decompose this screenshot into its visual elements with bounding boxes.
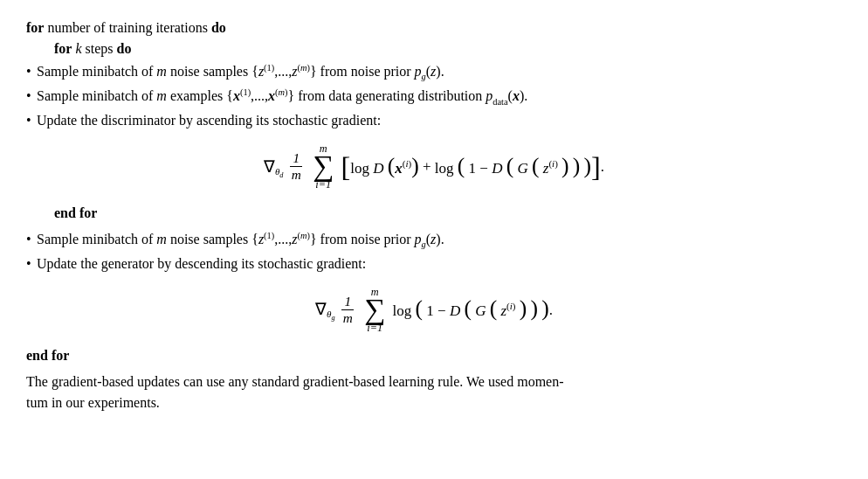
bullet-symbol-5: • — [26, 253, 31, 274]
bullet-item-4: • Sample minibatch of m noise samples {z… — [26, 229, 842, 252]
bullet-text-5: Update the generator by descending its s… — [37, 253, 366, 274]
bullet-item-3: • Update the discriminator by ascending … — [26, 110, 842, 131]
bullet-text-4: Sample minibatch of m noise samples {z(1… — [37, 229, 444, 252]
line-for-outer: for number of training iterations do — [26, 17, 842, 38]
text-iterations: number of training iterations — [47, 20, 211, 35]
bullet-item-1: • Sample minibatch of m noise samples {z… — [26, 61, 842, 84]
keyword-do-k: do — [117, 41, 132, 56]
nabla-theta-g: ∇θg — [315, 297, 335, 322]
log-D-x: log D (x(i)) — [350, 155, 418, 180]
keyword-for: for — [26, 20, 44, 35]
fraction-1-m: 1 m — [289, 150, 304, 184]
bullet-text-2: Sample minibatch of m examples {x(1),...… — [37, 86, 527, 108]
algorithm-content: for number of training iterations do for… — [26, 17, 842, 413]
bullet-item-2: • Sample minibatch of m examples {x(1),.… — [26, 86, 842, 108]
final-text: The gradient-based updates can use any s… — [26, 371, 842, 413]
bullet-symbol-3: • — [26, 110, 31, 131]
log-1-minus-2: log ( 1 − D ( G ( z(i) ) ) ) — [393, 297, 549, 323]
keyword-end-for-inner: end for — [54, 205, 97, 220]
left-bracket-1: [ — [341, 153, 351, 181]
right-bracket-1: ] — [591, 153, 601, 181]
bullet-symbol-1: • — [26, 61, 31, 84]
math-block-2: ∇θg 1 m m ∑ i=1 log ( 1 − D ( G ( z(i) )… — [26, 287, 842, 333]
keyword-end-for-outer: end for — [26, 348, 69, 363]
bullet-symbol-4: • — [26, 229, 31, 252]
keyword-do: do — [211, 20, 226, 35]
period-2: . — [549, 299, 553, 322]
bullet-item-5: • Update the generator by descending its… — [26, 253, 842, 274]
bullet-text-1: Sample minibatch of m noise samples {z(1… — [37, 61, 444, 84]
bullet-symbol-2: • — [26, 86, 31, 108]
fraction-1-m-2: 1 m — [341, 294, 355, 327]
final-line-2: tum in our experiments. — [26, 395, 160, 410]
log-1-minus: log ( 1 − D ( G ( z(i) ) ) ) — [435, 155, 591, 180]
period-1: . — [601, 156, 604, 178]
sigma-2: m ∑ i=1 — [364, 287, 385, 333]
math-block-1: ∇θd 1 m m ∑ i=1 [ log D (x(i)) + log ( 1… — [26, 143, 842, 190]
nabla-theta-d: ∇θd — [264, 155, 284, 179]
end-for-outer: end for — [26, 345, 842, 366]
text-steps: steps — [86, 41, 117, 56]
line-for-k: for k steps do — [54, 38, 842, 59]
var-k: k — [75, 41, 85, 56]
keyword-for-k: for — [54, 41, 72, 56]
sigma-1: m ∑ i=1 — [313, 143, 334, 190]
bullet-text-3: Update the discriminator by ascending it… — [37, 110, 381, 131]
end-for-inner: end for — [54, 203, 842, 224]
final-line-1: The gradient-based updates can use any s… — [26, 374, 564, 389]
